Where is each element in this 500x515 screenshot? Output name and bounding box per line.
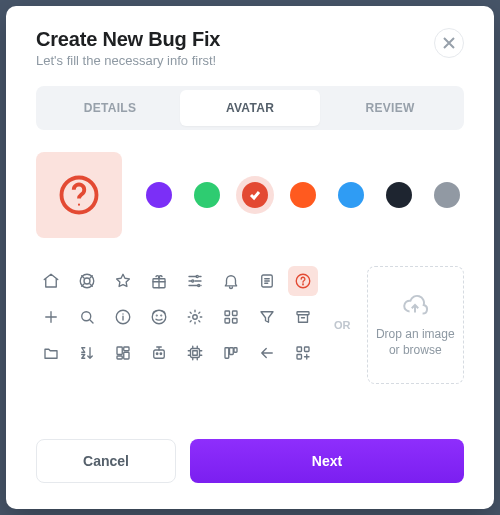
tab-review[interactable]: REVIEW (320, 90, 460, 126)
icon-option-grid-plus[interactable] (288, 338, 318, 368)
icon-option-robot[interactable] (144, 338, 174, 368)
tab-avatar[interactable]: AVATAR (180, 90, 320, 126)
svg-point-3 (84, 278, 90, 284)
svg-rect-25 (117, 356, 122, 359)
svg-rect-17 (225, 311, 230, 316)
icon-option-sliders[interactable] (180, 266, 210, 296)
header-text: Create New Bug Fix Let's fill the necess… (36, 28, 220, 68)
svg-rect-34 (297, 347, 302, 352)
robot-icon (150, 344, 168, 362)
svg-rect-23 (124, 347, 129, 351)
svg-point-6 (192, 280, 194, 282)
svg-point-28 (160, 353, 162, 355)
icon-option-gift[interactable] (144, 266, 174, 296)
dashboard-icon (114, 344, 132, 362)
plus-icon (42, 308, 60, 326)
close-button[interactable] (434, 28, 464, 58)
create-bugfix-modal: Create New Bug Fix Let's fill the necess… (6, 6, 494, 509)
color-blue[interactable] (338, 182, 364, 208)
sort-az-icon (78, 344, 96, 362)
icon-option-search[interactable] (72, 302, 102, 332)
icon-option-plus[interactable] (36, 302, 66, 332)
bell-icon (222, 272, 240, 290)
search-icon (78, 308, 96, 326)
icon-upload-row: OR Drop an imageor browse (36, 266, 464, 384)
face-icon (150, 308, 168, 326)
cog-icon (186, 308, 204, 326)
icon-option-face[interactable] (144, 302, 174, 332)
icon-option-back[interactable] (252, 338, 282, 368)
info-icon (114, 308, 132, 326)
back-icon (258, 344, 276, 362)
svg-rect-26 (154, 350, 165, 358)
star-icon (114, 272, 132, 290)
tab-details[interactable]: DETAILS (40, 90, 180, 126)
avatar-preview (36, 152, 122, 238)
image-drop-zone[interactable]: Drop an imageor browse (367, 266, 465, 384)
icon-grid (36, 266, 318, 368)
svg-rect-36 (297, 355, 302, 360)
step-tabs: DETAILS AVATAR REVIEW (36, 86, 464, 130)
cancel-button[interactable]: Cancel (36, 439, 176, 483)
svg-rect-18 (233, 311, 238, 316)
icon-option-info[interactable] (108, 302, 138, 332)
icon-option-home[interactable] (36, 266, 66, 296)
svg-point-15 (161, 315, 162, 316)
svg-point-27 (156, 353, 158, 355)
svg-rect-29 (191, 349, 200, 358)
modal-footer: Cancel Next (36, 439, 464, 483)
svg-rect-20 (233, 319, 238, 324)
check-icon (249, 189, 261, 201)
color-green[interactable] (194, 182, 220, 208)
icon-option-bell[interactable] (216, 266, 246, 296)
close-icon (443, 37, 455, 49)
chip-icon (186, 344, 204, 362)
icon-option-chip[interactable] (180, 338, 210, 368)
or-label: OR (334, 319, 351, 331)
color-picker (146, 182, 460, 208)
svg-point-10 (303, 284, 304, 285)
gift-icon (150, 272, 168, 290)
color-black[interactable] (386, 182, 412, 208)
icon-option-cog[interactable] (180, 302, 210, 332)
svg-rect-31 (225, 348, 229, 359)
modal-subtitle: Let's fill the necessary info first! (36, 53, 220, 68)
svg-point-7 (198, 284, 200, 286)
svg-rect-24 (124, 352, 129, 359)
svg-point-1 (78, 204, 80, 206)
question-icon (294, 272, 312, 290)
drop-zone-text: Drop an imageor browse (376, 326, 455, 358)
archive-icon (294, 308, 312, 326)
icon-option-star[interactable] (108, 266, 138, 296)
color-orange[interactable] (290, 182, 316, 208)
icon-option-question[interactable] (288, 266, 318, 296)
svg-rect-30 (193, 351, 198, 356)
question-icon (58, 174, 100, 216)
icon-option-funnel[interactable] (252, 302, 282, 332)
icon-option-dashboard[interactable] (108, 338, 138, 368)
icon-option-lifebuoy[interactable] (72, 266, 102, 296)
svg-point-11 (82, 312, 91, 321)
color-gray[interactable] (434, 182, 460, 208)
color-purple[interactable] (146, 182, 172, 208)
svg-rect-35 (305, 347, 310, 352)
grid-icon (222, 308, 240, 326)
modal-header: Create New Bug Fix Let's fill the necess… (36, 28, 464, 68)
icon-option-archive[interactable] (288, 302, 318, 332)
icon-option-folder[interactable] (36, 338, 66, 368)
next-button[interactable]: Next (190, 439, 464, 483)
icon-option-grid[interactable] (216, 302, 246, 332)
folder-icon (42, 344, 60, 362)
color-red[interactable] (242, 182, 268, 208)
home-icon (42, 272, 60, 290)
icon-option-kanban[interactable] (216, 338, 246, 368)
sliders-icon (186, 272, 204, 290)
kanban-icon (222, 344, 240, 362)
svg-point-14 (156, 315, 157, 316)
icon-option-note[interactable] (252, 266, 282, 296)
modal-title: Create New Bug Fix (36, 28, 220, 51)
icon-option-sort-az[interactable] (72, 338, 102, 368)
cloud-upload-icon (402, 292, 428, 318)
svg-rect-32 (230, 348, 234, 355)
svg-point-16 (193, 315, 198, 320)
